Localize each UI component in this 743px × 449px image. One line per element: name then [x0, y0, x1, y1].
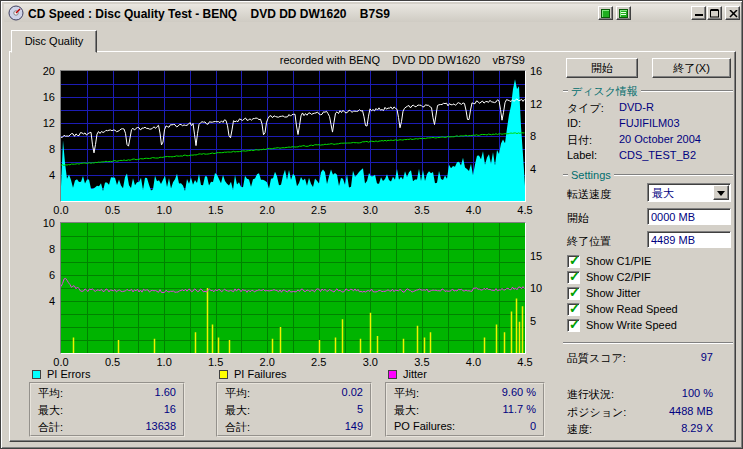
tick-label: 1.5: [204, 204, 228, 216]
jitter-legend-label: Jitter: [403, 368, 427, 380]
divider: [563, 342, 733, 344]
settings-heading-label: Settings: [571, 169, 611, 181]
quality-chart-x-axis: 0.00.51.01.52.02.53.03.54.04.5: [61, 204, 525, 216]
checkbox-box[interactable]: ✓: [567, 287, 580, 300]
checkbox-label: Show Read Speed: [586, 303, 678, 315]
disc-info-heading: ディスク情報: [563, 85, 733, 97]
quality-chart-right-axis: 481216: [528, 71, 552, 201]
check-icon: ✓: [569, 269, 580, 284]
maximize-icon: [710, 9, 720, 18]
tick-label: 1.5: [204, 356, 228, 368]
stat-row: 最大: 16: [31, 401, 183, 418]
list-icon: [619, 9, 628, 18]
stat-label: 平均:: [394, 386, 419, 401]
tab-disc-quality[interactable]: Disc Quality: [11, 30, 97, 53]
checkbox-box[interactable]: ✓: [567, 303, 580, 316]
close-button[interactable]: [725, 6, 740, 20]
speed-value: 8.29 X: [681, 422, 713, 437]
pi-errors-legend-label: PI Errors: [47, 368, 90, 380]
stat-label: 合計:: [38, 420, 63, 435]
disc-type-value: DVD-R: [619, 101, 654, 113]
stat-row: PO Failures: 0: [387, 418, 543, 435]
quality-chart-plot: [60, 70, 526, 202]
checkbox-box[interactable]: ✓: [567, 255, 580, 268]
pi-failures-stats-box: 平均: 0.02 最大: 5 合計: 149: [216, 382, 372, 437]
app-window: CD Speed : Disc Quality Test - BENQ DVD …: [0, 0, 743, 449]
checkbox-label: Show C2/PIF: [586, 271, 651, 283]
tick-label: 16: [530, 65, 542, 77]
app-icon: [8, 5, 24, 21]
tick-label: 5: [530, 315, 536, 327]
minimize-button[interactable]: [691, 6, 706, 20]
start-position-label: 開始: [567, 211, 589, 226]
tick-label: 4: [49, 169, 55, 181]
tick-label: 1.0: [152, 356, 176, 368]
jitter-color-swatch: [388, 370, 397, 379]
exit-button[interactable]: 終了(X): [652, 58, 731, 78]
pi-errors-stats-box: 平均: 1.60 最大: 16 合計: 13638: [29, 382, 185, 437]
quality-score-row: 品質スコア: 97: [567, 351, 713, 366]
stat-row: 最大: 11.7 %: [387, 401, 543, 418]
titlebar-tool-button-2[interactable]: [616, 6, 631, 20]
stat-row: 平均: 9.60 %: [387, 384, 543, 401]
stat-label: 平均:: [225, 386, 250, 401]
tick-label: 0.5: [101, 204, 125, 216]
end-position-label: 終了位置: [567, 234, 611, 249]
dropdown-button[interactable]: [713, 185, 729, 200]
position-label: ポジション:: [567, 405, 626, 420]
tick-label: 16: [43, 91, 55, 103]
stat-row: 最大: 5: [218, 401, 370, 418]
check-icon: ✓: [569, 317, 580, 332]
tick-label: 12: [530, 98, 542, 110]
tick-label: 3.0: [358, 204, 382, 216]
progress-row: 進行状況: 100 %: [567, 387, 713, 402]
stat-value: 9.60 %: [502, 386, 536, 401]
check-icon: ✓: [569, 253, 580, 268]
stat-row: 合計: 149: [218, 418, 370, 435]
tick-label: 2.5: [307, 204, 331, 216]
start-button[interactable]: 開始: [566, 58, 638, 78]
end-position-input[interactable]: [647, 231, 731, 248]
tick-label: 4.0: [461, 204, 485, 216]
tick-label: 2.0: [255, 356, 279, 368]
divider: [614, 174, 733, 176]
stat-value: 16: [164, 403, 176, 418]
disc-label-row: Label: CDS_TEST_B2: [567, 149, 733, 163]
transfer-speed-label: 転送速度: [567, 187, 611, 202]
checkbox-label: Show Write Speed: [586, 319, 677, 331]
chevron-down-icon: [717, 191, 725, 200]
checkbox-box[interactable]: ✓: [567, 319, 580, 332]
minimize-icon: [695, 14, 703, 16]
progress-value: 100 %: [682, 387, 713, 402]
titlebar-tool-button-1[interactable]: [598, 6, 613, 20]
tick-label: 4.5: [513, 356, 537, 368]
tick-label: 4: [530, 163, 536, 175]
quality-chart-left-axis: 48121620: [29, 71, 57, 201]
disc-info-heading-label: ディスク情報: [571, 84, 638, 99]
stat-label: 最大:: [225, 403, 250, 418]
tick-label: 15: [530, 250, 542, 262]
tick-label: 6: [49, 269, 55, 281]
transfer-speed-select[interactable]: 最大: [647, 183, 731, 202]
stat-value: 11.7 %: [503, 403, 536, 418]
disc-id-row: ID: FUJIFILM03: [567, 117, 733, 131]
start-position-input[interactable]: [647, 208, 731, 225]
divider: [563, 174, 568, 176]
tick-label: 8: [49, 243, 55, 255]
tick-label: 4.0: [461, 356, 485, 368]
stat-row: 平均: 0.02: [218, 384, 370, 401]
check-icon: ✓: [569, 285, 580, 300]
checkbox-box[interactable]: ✓: [567, 271, 580, 284]
quality-score-value: 97: [701, 351, 713, 366]
quality-chart-canvas: [61, 71, 525, 201]
position-row: ポジション: 4488 MB: [567, 405, 713, 420]
stat-label: PO Failures:: [394, 420, 455, 435]
jitter-chart-left-axis: 46810: [29, 223, 57, 353]
tick-label: 10: [530, 282, 542, 294]
maximize-button[interactable]: [707, 6, 722, 20]
transfer-speed-selected-option: 最大: [652, 186, 674, 201]
close-icon: [729, 10, 738, 18]
progress-label: 進行状況:: [567, 387, 614, 402]
stat-label: 平均:: [38, 386, 63, 401]
disc-date-label: 日付:: [567, 133, 592, 148]
